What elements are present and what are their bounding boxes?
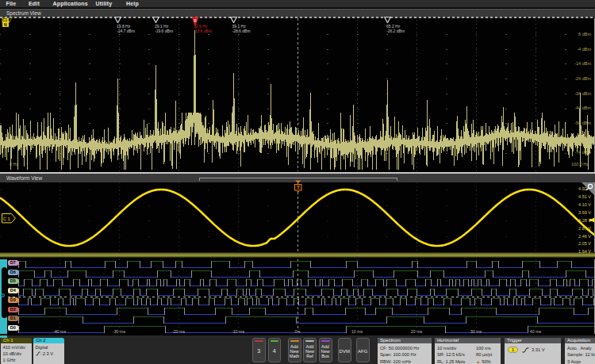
svg-text:C 1: C 1: [2, 216, 10, 220]
svg-text:R: R: [194, 17, 197, 22]
svg-text:T: T: [296, 184, 299, 190]
